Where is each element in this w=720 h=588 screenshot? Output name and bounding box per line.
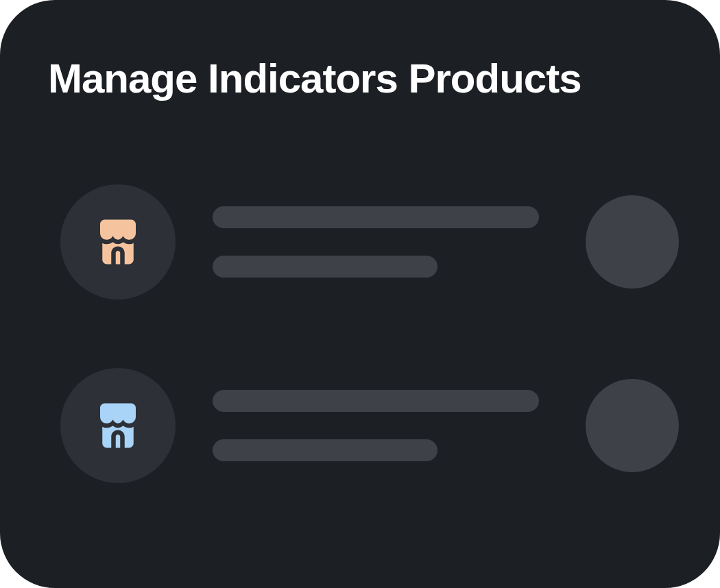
- product-list: [48, 184, 672, 483]
- store-icon: [91, 399, 145, 452]
- skeleton-line: [213, 206, 539, 228]
- product-text-placeholder: [213, 206, 539, 278]
- list-item[interactable]: [60, 368, 672, 483]
- manage-products-card: Manage Indicators Products: [0, 0, 720, 588]
- action-button[interactable]: [586, 195, 679, 289]
- card-title: Manage Indicators Products: [48, 55, 672, 102]
- product-text-placeholder: [213, 390, 539, 461]
- action-button[interactable]: [586, 379, 679, 472]
- skeleton-line: [213, 390, 539, 412]
- product-icon-container: [60, 184, 176, 299]
- skeleton-line: [213, 439, 437, 461]
- skeleton-line: [213, 256, 437, 278]
- list-item[interactable]: [60, 184, 672, 299]
- product-icon-container: [60, 368, 176, 483]
- store-icon: [91, 215, 145, 269]
